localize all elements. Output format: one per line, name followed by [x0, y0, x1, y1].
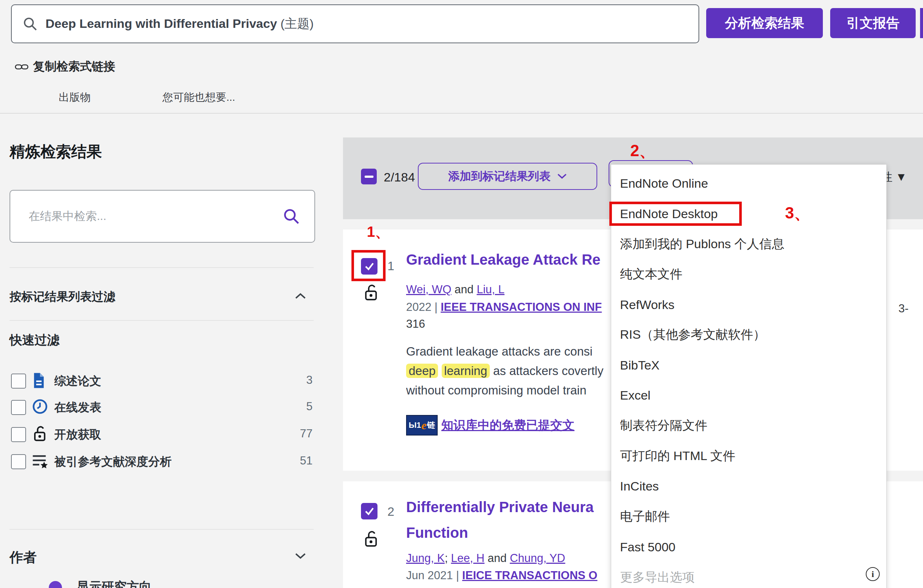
e-link-badge-icon: Ы1e链	[406, 415, 438, 436]
filter-label-early-access[interactable]: 在线发表	[54, 400, 101, 416]
author-link[interactable]: Chung, YD	[510, 552, 565, 565]
sidebar-divider-1	[10, 267, 314, 268]
clock-icon	[32, 399, 48, 416]
abstract-line: without compromising model train	[406, 380, 611, 400]
abstract-line: Gradient leakage attacks are consi	[406, 342, 611, 361]
select-all-checkbox[interactable]	[361, 169, 377, 184]
open-access-lock-icon	[364, 529, 379, 550]
menu-item-refworks[interactable]: RefWorks	[620, 296, 675, 313]
annotation-step-2: 2、	[630, 140, 655, 162]
author-link[interactable]: Lee, H	[451, 552, 484, 565]
indeterminate-minus-icon	[365, 175, 373, 178]
author-link[interactable]: Liu, L	[476, 283, 504, 296]
marked-list-filter-label: 按标记结果列表过滤	[10, 289, 115, 305]
open-access-lock-icon	[364, 283, 379, 303]
add-to-marked-list-label: 添加到标记结果列表	[448, 169, 551, 184]
badge-text: Ы1	[409, 421, 421, 430]
citation-analysis-icon	[32, 454, 48, 470]
filter-checkbox-open-access[interactable]	[11, 427, 26, 442]
result-1-source: 2022 | IEEE TRANSACTIONS ON INF	[406, 301, 610, 314]
author-link[interactable]: Wei, WQ	[406, 283, 451, 296]
highlighted-term: deep	[406, 364, 438, 378]
menu-item-more-export-options[interactable]: 更多导出选项	[620, 569, 695, 585]
abstract-text: as attackers covertly	[490, 364, 603, 378]
search-within-results-input[interactable]	[28, 209, 283, 223]
menu-item-excel[interactable]: Excel	[620, 387, 650, 403]
filter-count-open-access: 77	[283, 427, 312, 440]
filter-checkbox-citation-analysis[interactable]	[11, 454, 26, 469]
pub-year: 2022 |	[406, 301, 440, 313]
annotation-box-endnote-desktop	[609, 201, 742, 226]
search-within-icon[interactable]	[283, 208, 300, 225]
add-to-marked-list-button[interactable]: 添加到标记结果列表	[418, 163, 597, 190]
result-2-source: Jun 2021 | IEICE TRANSACTIONS O	[406, 569, 610, 582]
menu-item-email[interactable]: 电子邮件	[620, 508, 670, 524]
menu-item-ris[interactable]: RIS（其他参考文献软件）	[620, 326, 765, 342]
filter-checkbox-review[interactable]	[11, 373, 26, 388]
filter-checkbox-early-access[interactable]	[11, 400, 26, 415]
review-document-icon	[32, 372, 46, 390]
menu-item-incites[interactable]: InCites	[620, 478, 659, 494]
menu-item-bibtex[interactable]: BibTeX	[620, 357, 660, 373]
info-icon[interactable]: i	[866, 567, 880, 581]
main-search-input[interactable]: Deep Learning with Differential Privacy …	[11, 4, 699, 43]
selected-count: 2/184	[384, 170, 415, 184]
search-field-tag: (主题)	[277, 16, 314, 30]
header-divider	[0, 113, 923, 114]
search-query-text: Deep Learning with Differential Privacy …	[46, 15, 314, 32]
menu-item-endnote-online[interactable]: EndNote Online	[620, 175, 708, 192]
chevron-down-icon[interactable]	[295, 553, 306, 559]
menu-item-plain-text[interactable]: 纯文本文件	[620, 266, 682, 282]
result-1-abstract: Gradient leakage attacks are consi deep …	[406, 342, 611, 400]
chevron-down-icon	[557, 174, 567, 179]
citation-report-button[interactable]: 引文报告	[830, 8, 916, 38]
result-1-authors: Wei, WQ and Liu, L	[406, 283, 610, 296]
tab-you-may-also-want[interactable]: 您可能也想要...	[163, 90, 235, 105]
wos-search-results-page: Deep Learning with Differential Privacy …	[0, 0, 923, 588]
filter-count-early-access: 5	[283, 400, 312, 413]
journal-link[interactable]: IEICE TRANSACTIONS O	[462, 569, 598, 582]
clipped-sidebar-item[interactable]: 显示研究方向	[77, 578, 151, 588]
result-2-number: 2	[388, 504, 394, 519]
filter-label-citation-analysis[interactable]: 被引参考文献深度分析	[54, 454, 172, 470]
author-link[interactable]: Jung, K	[406, 552, 445, 565]
tab-publications[interactable]: 出版物	[59, 90, 90, 105]
result-1-number: 1	[388, 259, 394, 273]
annotation-box-checkbox	[351, 250, 386, 281]
author-avatar-dot	[49, 581, 62, 588]
chevron-up-icon[interactable]	[295, 293, 306, 299]
filter-count-review: 3	[283, 373, 312, 387]
menu-item-fast-5000[interactable]: Fast 5000	[620, 539, 675, 555]
menu-item-tab-delimited[interactable]: 制表符分隔文件	[620, 417, 707, 433]
export-dropdown-menu: EndNote Online EndNote Desktop 添加到我的 Pub…	[611, 164, 887, 588]
journal-link[interactable]: IEEE TRANSACTIONS ON INF	[440, 301, 602, 313]
quick-filters-title: 快速过滤	[10, 332, 59, 349]
search-within-results-box	[10, 190, 315, 243]
menu-item-printable-html[interactable]: 可打印的 HTML 文件	[620, 447, 735, 464]
analyze-results-button[interactable]: 分析检索结果	[706, 8, 823, 38]
clipped-button-sliver[interactable]	[920, 8, 923, 38]
copy-query-link[interactable]: 复制检索式链接	[15, 59, 115, 75]
authors-section-label: 作者	[10, 549, 37, 567]
result-2-checkbox[interactable]	[361, 503, 378, 519]
badge-text: 链	[427, 420, 435, 431]
author-separator: and	[484, 552, 510, 565]
pub-date: Jun 2021 |	[406, 569, 462, 582]
filter-label-open-access[interactable]: 开放获取	[54, 427, 101, 443]
check-icon	[364, 506, 375, 517]
open-lock-icon	[33, 424, 48, 444]
filter-count-citation-analysis: 51	[283, 454, 312, 467]
result-1-pages-fragment: 3-	[898, 302, 923, 315]
badge-e: e	[422, 419, 427, 432]
search-icon	[23, 16, 38, 31]
menu-item-publons[interactable]: 添加到我的 Publons 个人信息	[620, 236, 784, 252]
result-2-title-line2[interactable]: Function	[406, 524, 610, 541]
result-2-title-link[interactable]: Differentially Private Neura	[406, 498, 610, 516]
link-icon	[15, 62, 29, 72]
result-1-title-link[interactable]: Gradient Leakage Attack Re	[406, 251, 610, 268]
copy-link-label: 复制检索式链接	[33, 59, 115, 75]
result-2-authors: Jung, K; Lee, H and Chung, YD	[406, 552, 610, 565]
repository-free-text-link[interactable]: 知识库中的免费已提交文	[441, 417, 611, 434]
filter-label-review[interactable]: 综述论文	[54, 373, 101, 389]
author-separator: ;	[445, 552, 451, 565]
